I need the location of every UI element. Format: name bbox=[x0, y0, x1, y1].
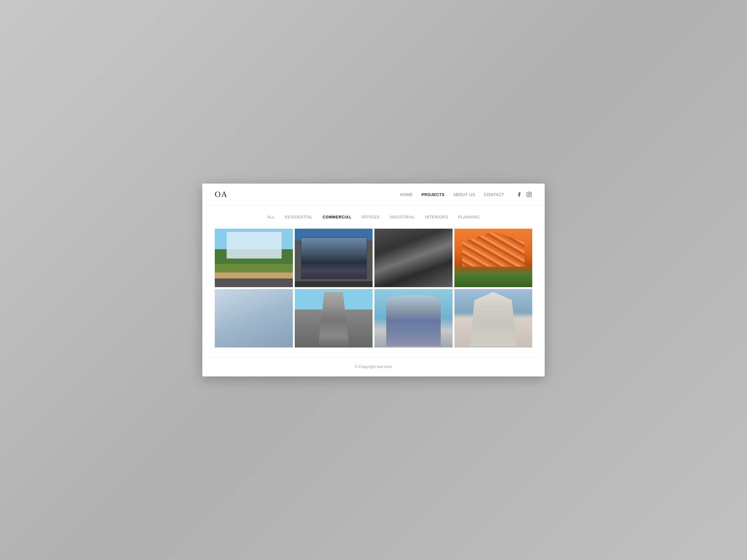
grid-item-8[interactable] bbox=[455, 289, 533, 348]
filter-commercial[interactable]: COMMERCIAL bbox=[323, 215, 352, 219]
filter-all[interactable]: All bbox=[267, 215, 275, 219]
nav-about[interactable]: ABOUT US bbox=[453, 192, 475, 197]
project-image-3 bbox=[375, 229, 453, 287]
filter-offices[interactable]: OFFICES bbox=[361, 215, 380, 219]
main-nav: HOME PROJECTS ABOUT US CONTACT bbox=[400, 191, 532, 197]
grid-item-4[interactable] bbox=[455, 229, 533, 287]
nav-projects[interactable]: PROJECTS bbox=[421, 192, 444, 197]
nav-contact[interactable]: CONTACT bbox=[484, 192, 504, 197]
grid-item-1[interactable] bbox=[215, 229, 293, 287]
svg-rect-0 bbox=[527, 192, 532, 197]
grid-item-2[interactable] bbox=[295, 229, 373, 287]
facebook-icon[interactable] bbox=[516, 191, 522, 197]
filter-interiors[interactable]: INTERIORS bbox=[425, 215, 448, 219]
footer: © Copyright text here bbox=[202, 357, 545, 376]
project-grid bbox=[202, 225, 545, 357]
logo: OA bbox=[215, 190, 228, 198]
nav-home[interactable]: HOME bbox=[400, 192, 413, 197]
copyright-text: © Copyright text here bbox=[355, 365, 392, 369]
filter-industrial[interactable]: INDUSTRIAL bbox=[390, 215, 415, 219]
project-image-2 bbox=[295, 229, 373, 287]
grid-item-3[interactable] bbox=[375, 229, 453, 287]
project-image-6 bbox=[295, 289, 373, 348]
svg-point-2 bbox=[530, 193, 531, 193]
grid-item-6[interactable] bbox=[295, 289, 373, 348]
project-image-4 bbox=[455, 229, 533, 287]
filter-nav: All RESIDENTIAL COMMERCIAL OFFICES INDUS… bbox=[202, 206, 545, 225]
grid-item-7[interactable] bbox=[375, 289, 453, 348]
browser-window: OA HOME PROJECTS ABOUT US CONTACT bbox=[202, 184, 545, 376]
filter-planning[interactable]: PLANNING bbox=[458, 215, 480, 219]
filter-residential[interactable]: RESIDENTIAL bbox=[285, 215, 313, 219]
project-image-5 bbox=[215, 289, 293, 348]
grid-item-5[interactable] bbox=[215, 289, 293, 348]
social-icons bbox=[516, 191, 532, 197]
project-image-7 bbox=[375, 289, 453, 348]
header: OA HOME PROJECTS ABOUT US CONTACT bbox=[202, 184, 545, 206]
svg-point-1 bbox=[528, 193, 530, 195]
instagram-icon[interactable] bbox=[526, 191, 532, 197]
project-image-8 bbox=[455, 289, 533, 348]
project-image-1 bbox=[215, 229, 293, 287]
